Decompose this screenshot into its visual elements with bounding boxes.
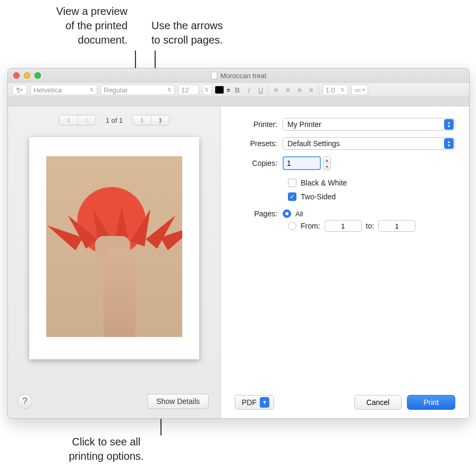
- font-size-stepper[interactable]: ⇅: [202, 85, 212, 95]
- presets-label: Presets:: [235, 139, 283, 148]
- last-page-button[interactable]: ⟫: [151, 115, 169, 125]
- copies-input[interactable]: [283, 156, 321, 170]
- callout-preview: View a previewof the printeddocument.: [21, 4, 128, 47]
- presets-popup[interactable]: Default Settings ▲▼: [283, 137, 455, 150]
- pages-from-input[interactable]: [325, 220, 362, 232]
- chevron-down-icon: ▼: [260, 397, 269, 408]
- help-button[interactable]: ?: [18, 394, 32, 409]
- stepper-down-button[interactable]: ▼: [324, 163, 330, 170]
- pages-from-label: From:: [301, 222, 320, 230]
- stepper-up-button[interactable]: ▲: [324, 157, 330, 163]
- print-button[interactable]: Print: [407, 395, 455, 410]
- two-sided-checkbox[interactable]: ✓: [288, 192, 296, 201]
- window-title: Moroccan treat: [220, 72, 267, 80]
- align-right-button[interactable]: ≡: [295, 86, 304, 94]
- list-style-popup[interactable]: ≔ ▾: [351, 85, 368, 95]
- pages-all-label: All: [295, 210, 303, 218]
- prev-page-segment: ⟪ ⟨: [59, 115, 96, 125]
- pdf-button-label: PDF: [242, 398, 257, 407]
- app-window: Moroccan treat ¶ ▾ Helvetica⇅ Regular⇅ 1…: [7, 68, 470, 419]
- next-page-button[interactable]: ⟩: [133, 115, 151, 125]
- printer-popup[interactable]: My Printer ▲▼: [283, 118, 455, 131]
- print-options-panel: Printer: My Printer ▲▼ Presets: Default …: [220, 106, 469, 418]
- align-center-button[interactable]: ≡: [284, 86, 292, 94]
- callout-details: Click to see allprinting options.: [53, 435, 159, 463]
- prev-page-button[interactable]: ⟨: [78, 115, 96, 125]
- text-color-button[interactable]: [215, 86, 224, 94]
- popup-arrows-icon: ▲▼: [444, 119, 454, 130]
- sheet-footer: PDF ▼ Cancel Print: [235, 389, 455, 410]
- preview-panel: ⟪ ⟨ 1 of 1 ⟩ ⟫: [8, 106, 220, 418]
- page-indicator: 1 of 1: [106, 116, 123, 124]
- underline-button[interactable]: U: [257, 86, 265, 94]
- two-sided-label: Two-Sided: [301, 192, 336, 201]
- presets-value: Default Settings: [287, 139, 340, 148]
- pages-to-input[interactable]: [378, 220, 415, 232]
- cancel-button[interactable]: Cancel: [354, 395, 402, 410]
- pages-all-radio[interactable]: [283, 209, 291, 218]
- pages-to-label: to:: [366, 222, 375, 230]
- copies-label: Copies:: [235, 159, 283, 167]
- popup-arrows-icon: ▲▼: [444, 138, 454, 149]
- font-family-popup[interactable]: Helvetica⇅: [30, 85, 97, 95]
- format-toolbar: ¶ ▾ Helvetica⇅ Regular⇅ 12 ⇅ a B I U ≡ ≡…: [8, 82, 469, 97]
- strikethrough-button[interactable]: a: [227, 86, 230, 94]
- titlebar: Moroccan treat: [8, 69, 469, 82]
- window-title-area: Moroccan treat: [8, 72, 469, 80]
- preview-image: [46, 156, 182, 337]
- first-page-button[interactable]: ⟪: [60, 115, 78, 125]
- paragraph-style-popup[interactable]: ¶ ▾: [12, 85, 27, 95]
- align-left-button[interactable]: ≡: [272, 86, 280, 94]
- callout-arrows: Use the arrowsto scroll pages.: [151, 19, 247, 47]
- black-white-label: Black & White: [301, 179, 347, 187]
- copies-stepper[interactable]: ▲ ▼: [323, 156, 331, 170]
- next-page-segment: ⟩ ⟫: [132, 115, 169, 125]
- print-sheet: ⟪ ⟨ 1 of 1 ⟩ ⟫: [8, 106, 469, 418]
- font-style-popup[interactable]: Regular⇅: [100, 85, 175, 95]
- show-details-button[interactable]: Show Details: [147, 394, 209, 409]
- align-justify-button[interactable]: ≡: [307, 86, 316, 94]
- bold-button[interactable]: B: [233, 86, 242, 94]
- page-preview: [29, 137, 199, 359]
- pages-label: Pages:: [235, 209, 283, 218]
- italic-button[interactable]: I: [245, 86, 253, 94]
- printer-value: My Printer: [287, 120, 321, 129]
- font-size-field[interactable]: 12: [178, 85, 199, 95]
- document-icon: [211, 72, 217, 79]
- pages-range-radio[interactable]: [288, 222, 296, 230]
- printer-label: Printer:: [235, 120, 283, 129]
- page-navigation: ⟪ ⟨ 1 of 1 ⟩ ⟫: [18, 115, 211, 125]
- black-white-checkbox[interactable]: [288, 179, 296, 187]
- pdf-menu-button[interactable]: PDF ▼: [235, 395, 274, 410]
- line-spacing-popup[interactable]: 1.0⇅: [322, 85, 348, 95]
